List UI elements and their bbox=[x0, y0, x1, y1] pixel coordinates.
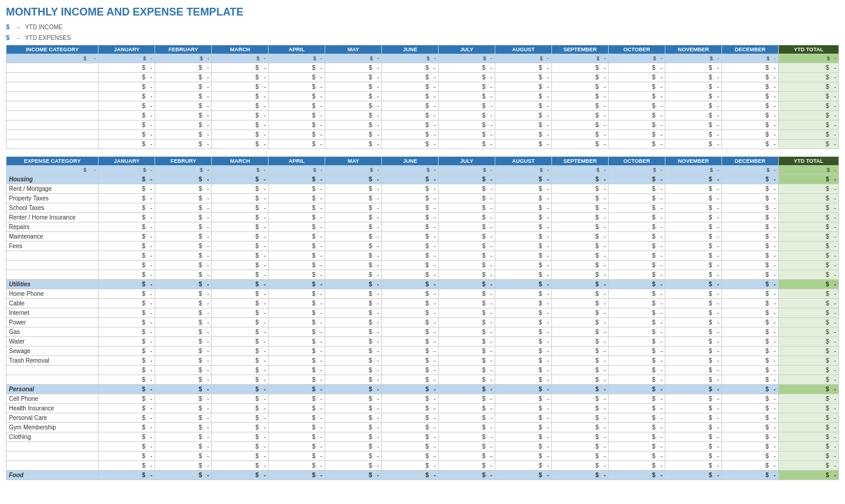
exp-month-jun-header: JUNE bbox=[382, 157, 439, 166]
income-section: INCOME CATEGORY JANUARY FEBRUARY MARCH A… bbox=[6, 45, 839, 149]
income-row: $ -$ -$ -$ -$ -$ -$ -$ -$ -$ -$ -$ -$ - bbox=[7, 120, 839, 130]
expense-row: Internet$ -$ -$ -$ -$ -$ -$ -$ -$ -$ -$ … bbox=[7, 308, 839, 318]
income-category-header: INCOME CATEGORY bbox=[7, 45, 98, 54]
expense-row: Gym Membership$ -$ -$ -$ -$ -$ -$ -$ -$ … bbox=[7, 423, 839, 432]
expense-dollar-subheader: $ - $ -$ - $ -$ - $ -$ - $ -$ - $ -$ - $… bbox=[7, 166, 839, 175]
page-title: MONTHLY INCOME AND EXPENSE TEMPLATE bbox=[6, 6, 839, 18]
income-row: $ -$ -$ -$ -$ -$ -$ -$ -$ -$ -$ -$ -$ - bbox=[7, 82, 839, 92]
exp-month-aug-header: AUGUST bbox=[495, 157, 552, 166]
exp-ytd-total-header: YTD TOTAL bbox=[778, 157, 838, 166]
exp-month-dec-header: DECEMBER bbox=[721, 157, 778, 166]
month-mar-header: MARCH bbox=[212, 45, 269, 54]
expense-row: Water$ -$ -$ -$ -$ -$ -$ -$ -$ -$ -$ -$ … bbox=[7, 337, 839, 347]
income-row: $ -$ -$ -$ -$ -$ -$ -$ -$ -$ -$ -$ -$ - bbox=[7, 92, 839, 101]
month-dec-header: DECEMBER bbox=[721, 45, 778, 54]
expense-row: Gas$ -$ -$ -$ -$ -$ -$ -$ -$ -$ -$ -$ -$… bbox=[7, 327, 839, 337]
income-row: $ -$ -$ -$ -$ -$ -$ -$ -$ -$ -$ -$ -$ - bbox=[7, 111, 839, 120]
expense-section-header: Personal$ -$ -$ -$ -$ -$ -$ -$ -$ -$ -$ … bbox=[7, 385, 839, 394]
expense-row: Property Taxes$ -$ -$ -$ -$ -$ -$ -$ -$ … bbox=[7, 194, 839, 203]
month-nov-header: NOVEMBER bbox=[665, 45, 722, 54]
income-row: $ -$ -$ -$ -$ -$ -$ -$ -$ -$ -$ -$ -$ - bbox=[7, 73, 839, 82]
expense-section-header: Housing$ -$ -$ -$ -$ -$ -$ -$ -$ -$ -$ -… bbox=[7, 175, 839, 184]
ytd-expenses-label: YTD EXPENSES bbox=[25, 35, 71, 41]
expense-row: Personal Care$ -$ -$ -$ -$ -$ -$ -$ -$ -… bbox=[7, 413, 839, 423]
expense-row: $ -$ -$ -$ -$ -$ -$ -$ -$ -$ -$ -$ -$ - bbox=[7, 366, 839, 375]
ytd-income-summary: $ - YTD INCOME bbox=[6, 23, 839, 30]
exp-month-mar-header: MARCH bbox=[212, 157, 269, 166]
exp-month-apr-header: APRIL bbox=[269, 157, 325, 166]
income-table: INCOME CATEGORY JANUARY FEBRUARY MARCH A… bbox=[6, 45, 839, 149]
income-row: $ -$ -$ -$ -$ -$ -$ -$ -$ -$ -$ -$ -$ - bbox=[7, 130, 839, 140]
expense-row: Renter / Home Insurance$ -$ -$ -$ -$ -$ … bbox=[7, 213, 839, 222]
ytd-expenses-summary: $ - YTD EXPENSES bbox=[6, 34, 839, 41]
exp-month-may-header: MAY bbox=[325, 157, 382, 166]
expense-row: Fees$ -$ -$ -$ -$ -$ -$ -$ -$ -$ -$ -$ -… bbox=[7, 242, 839, 251]
income-header-months: INCOME CATEGORY JANUARY FEBRUARY MARCH A… bbox=[7, 45, 839, 54]
ytd-income-dollar: $ bbox=[6, 23, 10, 30]
income-dollar-subheader: $ - $ -$ - $ -$ - $ -$ - $ -$ - $ -$ - $… bbox=[7, 54, 839, 63]
income-cat-dollar: $ - bbox=[7, 54, 98, 63]
expense-row: Trash Removal$ -$ -$ -$ -$ -$ -$ -$ -$ -… bbox=[7, 356, 839, 366]
expense-row: Home Phone$ -$ -$ -$ -$ -$ -$ -$ -$ -$ -… bbox=[7, 289, 839, 299]
expense-row: Health Insurance$ -$ -$ -$ -$ -$ -$ -$ -… bbox=[7, 404, 839, 413]
expense-row: Cable$ -$ -$ -$ -$ -$ -$ -$ -$ -$ -$ -$ … bbox=[7, 299, 839, 308]
expense-row: $ -$ -$ -$ -$ -$ -$ -$ -$ -$ -$ -$ -$ - bbox=[7, 375, 839, 385]
expense-section: EXPENSE CATEGORY JANUARY FEBRURY MARCH A… bbox=[6, 156, 839, 480]
exp-month-jul-header: JULY bbox=[439, 157, 495, 166]
expense-row: $ -$ -$ -$ -$ -$ -$ -$ -$ -$ -$ -$ -$ - bbox=[7, 270, 839, 280]
expense-row: Clothing$ -$ -$ -$ -$ -$ -$ -$ -$ -$ -$ … bbox=[7, 432, 839, 442]
expense-row: $ -$ -$ -$ -$ -$ -$ -$ -$ -$ -$ -$ -$ - bbox=[7, 461, 839, 471]
exp-month-oct-header: OctObER bbox=[609, 157, 665, 166]
month-may-header: MAY bbox=[325, 45, 382, 54]
expense-section-header: Food$ -$ -$ -$ -$ -$ -$ -$ -$ -$ -$ -$ -… bbox=[7, 471, 839, 480]
expense-row: $ -$ -$ -$ -$ -$ -$ -$ -$ -$ -$ -$ -$ - bbox=[7, 442, 839, 452]
month-jan-header: JANUARY bbox=[98, 45, 155, 54]
income-row: $ -$ -$ -$ -$ -$ -$ -$ -$ -$ -$ -$ -$ - bbox=[7, 63, 839, 73]
month-oct-header: OctOber bbox=[609, 45, 665, 54]
expense-row: Sewage$ -$ -$ -$ -$ -$ -$ -$ -$ -$ -$ -$… bbox=[7, 347, 839, 356]
exp-month-jan-header: JANUARY bbox=[98, 157, 155, 166]
income-row: $ -$ -$ -$ -$ -$ -$ -$ -$ -$ -$ -$ -$ - bbox=[7, 140, 839, 149]
expense-row: Cell Phone$ -$ -$ -$ -$ -$ -$ -$ -$ -$ -… bbox=[7, 394, 839, 404]
income-row: $ -$ -$ -$ -$ -$ -$ -$ -$ -$ -$ -$ -$ - bbox=[7, 101, 839, 111]
expense-row: Rent / Mortgage$ -$ -$ -$ -$ -$ -$ -$ -$… bbox=[7, 184, 839, 194]
exp-month-nov-header: NOVEMBER bbox=[665, 157, 722, 166]
month-feb-header: FEBRUARY bbox=[155, 45, 212, 54]
expense-table: EXPENSE CATEGORY JANUARY FEBRURY MARCH A… bbox=[6, 156, 839, 480]
month-jun-header: JUNE bbox=[382, 45, 439, 54]
month-apr-header: APRIL bbox=[269, 45, 325, 54]
expense-header-months: EXPENSE CATEGORY JANUARY FEBRURY MARCH A… bbox=[7, 157, 839, 166]
ytd-expenses-dollar: $ bbox=[6, 34, 10, 41]
expense-row: Repairs$ -$ -$ -$ -$ -$ -$ -$ -$ -$ -$ -… bbox=[7, 222, 839, 232]
expense-row: School Taxes$ -$ -$ -$ -$ -$ -$ -$ -$ -$… bbox=[7, 203, 839, 213]
expense-row: Power$ -$ -$ -$ -$ -$ -$ -$ -$ -$ -$ -$ … bbox=[7, 318, 839, 327]
month-aug-header: AUGUST bbox=[495, 45, 552, 54]
exp-month-feb-header: FEBRURY bbox=[155, 157, 212, 166]
expense-row: $ -$ -$ -$ -$ -$ -$ -$ -$ -$ -$ -$ -$ - bbox=[7, 261, 839, 270]
expense-row: Maintenance$ -$ -$ -$ -$ -$ -$ -$ -$ -$ … bbox=[7, 232, 839, 242]
expense-row: $ -$ -$ -$ -$ -$ -$ -$ -$ -$ -$ -$ -$ - bbox=[7, 251, 839, 261]
expense-row: $ -$ -$ -$ -$ -$ -$ -$ -$ -$ -$ -$ -$ - bbox=[7, 452, 839, 461]
exp-month-sep-header: SEPTEMBER bbox=[552, 157, 609, 166]
ytd-income-label: YTD INCOME bbox=[25, 24, 63, 30]
expense-section-header: Utilities$ -$ -$ -$ -$ -$ -$ -$ -$ -$ -$… bbox=[7, 280, 839, 289]
month-jul-header: JULY bbox=[439, 45, 495, 54]
month-sep-header: SEPTEMBER bbox=[552, 45, 609, 54]
ytd-total-header: YTD TOTAL bbox=[778, 45, 838, 54]
expense-category-header: EXPENSE CATEGORY bbox=[7, 157, 98, 166]
